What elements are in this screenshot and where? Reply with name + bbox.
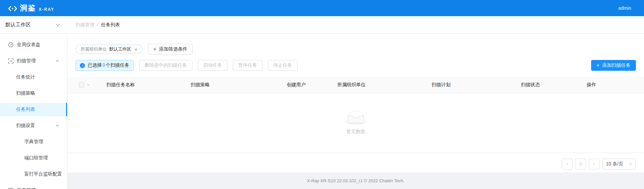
secondary-bar: 默认工作区 扫描管理 / 任务列表 <box>0 16 644 34</box>
table-header-row: 扫描任务名称 扫描策略 创建用户 所属组织单位 扫描计划 扫描状态 操作 <box>67 77 644 93</box>
plus-icon: + <box>596 63 600 68</box>
prev-page-button[interactable]: < <box>562 159 573 169</box>
column-header-scan-policy: 扫描策略 <box>185 77 281 93</box>
selection-alert: i 已选择0个扫描任务 <box>75 60 134 71</box>
column-header-org-unit: 所属组织单位 <box>332 77 426 93</box>
top-bar: 洞鉴 X-RAY admin <box>0 0 644 16</box>
pagination: < 0 > 10 条/页 <box>75 159 636 169</box>
sidebar-item-label: 任务列表 <box>16 106 35 113</box>
start-task-label: 启动任务 <box>203 62 222 68</box>
close-icon[interactable]: × <box>134 47 137 52</box>
sidebar-item-task-statistics[interactable]: 任务统计 <box>0 70 67 84</box>
current-page-button[interactable]: 0 <box>575 159 586 169</box>
column-header-actions: 操作 <box>581 77 644 93</box>
start-task-button[interactable]: 启动任务 <box>198 60 227 71</box>
column-header-selection <box>67 77 101 93</box>
sidebar-item-scan-management[interactable]: 扫描管理 <box>0 54 67 68</box>
filter-tag-value: 默认工作区 <box>109 46 131 52</box>
plus-icon: + <box>153 46 156 52</box>
page-size-label: 10 条/页 <box>606 161 623 167</box>
workspace-name: 默认工作区 <box>5 22 31 28</box>
pause-task-label: 暂停任务 <box>238 62 257 68</box>
sidebar-item-label: 扫描策略 <box>16 90 35 96</box>
assets-icon <box>8 188 13 189</box>
pause-task-button[interactable]: 暂停任务 <box>233 60 263 71</box>
sidebar-item-label: 盲打平台监听配置 <box>24 171 62 177</box>
sidebar-item-dictionary-management[interactable]: 字典管理 <box>0 135 67 149</box>
add-scan-task-button[interactable]: + 添加扫描任务 <box>591 60 636 71</box>
column-header-task-name: 扫描任务名称 <box>101 77 185 93</box>
delete-selected-tasks-label: 删除选中的扫描任务 <box>145 62 187 68</box>
next-page-button[interactable]: > <box>589 159 600 169</box>
empty-box-icon <box>345 111 367 126</box>
selection-count: 0 <box>102 62 105 68</box>
info-icon: i <box>80 63 85 68</box>
column-header-creator: 创建用户 <box>281 77 332 93</box>
dashboard-icon <box>8 42 13 48</box>
select-all-checkbox[interactable] <box>79 82 84 88</box>
breadcrumb: 扫描管理 / 任务列表 <box>67 22 120 28</box>
task-table: 扫描任务名称 扫描策略 创建用户 所属组织单位 扫描计划 扫描状态 操作 <box>67 77 644 153</box>
sidebar: 全局仪表盘 扫描管理 任务统计 扫描策略 任务列表 扫描设置 <box>0 34 67 189</box>
task-toolbar: i 已选择0个扫描任务 删除选中的扫描任务 启动任务 暂停任务 停止任务 + 添… <box>75 60 636 71</box>
add-filter-label: 添加筛选条件 <box>159 46 187 52</box>
empty-text: 暂无数据 <box>346 129 365 135</box>
filter-tag-org-unit[interactable]: 所属组织单位 默认工作区 × <box>75 44 143 54</box>
logo-text-en: X-RAY <box>39 7 54 11</box>
chevron-right-icon: > <box>593 161 595 166</box>
sidebar-item-blind-platform-listener-config[interactable]: 盲打平台监听配置 <box>0 167 67 181</box>
column-header-scan-status: 扫描状态 <box>516 77 581 93</box>
stop-task-label: 停止任务 <box>273 62 292 68</box>
filter-tag-field: 所属组织单位 <box>81 46 107 52</box>
sidebar-item-scan-settings[interactable]: 扫描设置 <box>0 119 67 132</box>
chevron-down-icon <box>56 24 60 26</box>
sidebar-item-label: 扫描设置 <box>16 123 35 129</box>
sidebar-item-label: 全局仪表盘 <box>17 42 40 48</box>
main-area: 全局仪表盘 扫描管理 任务统计 扫描策略 任务列表 扫描设置 <box>0 34 644 189</box>
delete-selected-tasks-button[interactable]: 删除选中的扫描任务 <box>139 60 192 71</box>
breadcrumb-parent[interactable]: 扫描管理 <box>75 22 94 28</box>
page-size-select[interactable]: 10 条/页 <box>602 159 636 169</box>
workspace-selector[interactable]: 默认工作区 <box>0 22 67 28</box>
chevron-down-icon[interactable] <box>87 84 90 86</box>
sidebar-item-label: 扫描管理 <box>17 58 36 64</box>
sidebar-item-label: 端口组管理 <box>24 155 48 161</box>
sidebar-item-task-list[interactable]: 任务列表 <box>0 103 67 116</box>
scan-icon <box>8 58 13 64</box>
user-menu[interactable]: admin <box>618 5 636 11</box>
sidebar-item-global-dashboard[interactable]: 全局仪表盘 <box>0 38 67 52</box>
sidebar-menu: 全局仪表盘 扫描管理 任务统计 扫描策略 任务列表 扫描设置 <box>0 38 67 189</box>
footer-text: X-Ray XR-S10 22.03.102_r1 © 2022 Chaitin… <box>307 178 405 183</box>
column-header-scan-plan: 扫描计划 <box>426 77 516 93</box>
sidebar-item-label: 资产管理 <box>17 187 36 189</box>
page-footer: X-Ray XR-S10 22.03.102_r1 © 2022 Chaitin… <box>67 172 644 189</box>
sidebar-item-port-group-management[interactable]: 端口组管理 <box>0 151 67 165</box>
stop-task-button[interactable]: 停止任务 <box>268 60 298 71</box>
app-logo: 洞鉴 X-RAY <box>8 4 54 12</box>
add-scan-task-label: 添加扫描任务 <box>602 62 631 68</box>
logo-text-cn: 洞鉴 <box>20 4 36 12</box>
chevron-left-icon: < <box>566 161 569 166</box>
chevron-down-icon <box>629 163 632 165</box>
breadcrumb-separator: / <box>97 22 98 28</box>
filter-bar: 所属组织单位 默认工作区 × + 添加筛选条件 <box>75 44 636 55</box>
sidebar-item-scan-policy[interactable]: 扫描策略 <box>0 87 67 100</box>
logo-mark-icon <box>8 6 17 11</box>
sidebar-item-label: 字典管理 <box>24 139 43 145</box>
chevron-up-icon <box>56 60 59 62</box>
sidebar-item-label: 任务统计 <box>16 74 35 80</box>
content-area: 所属组织单位 默认工作区 × + 添加筛选条件 i 已选择0个扫描任务 删除选中… <box>67 34 644 189</box>
add-filter-button[interactable]: + 添加筛选条件 <box>148 44 193 55</box>
chevron-up-icon <box>56 125 59 127</box>
breadcrumb-current: 任务列表 <box>101 22 120 28</box>
table-empty-state: 暂无数据 <box>67 93 644 153</box>
sidebar-item-asset-management[interactable]: 资产管理 <box>0 184 67 189</box>
selection-text: 已选择0个扫描任务 <box>88 62 129 68</box>
